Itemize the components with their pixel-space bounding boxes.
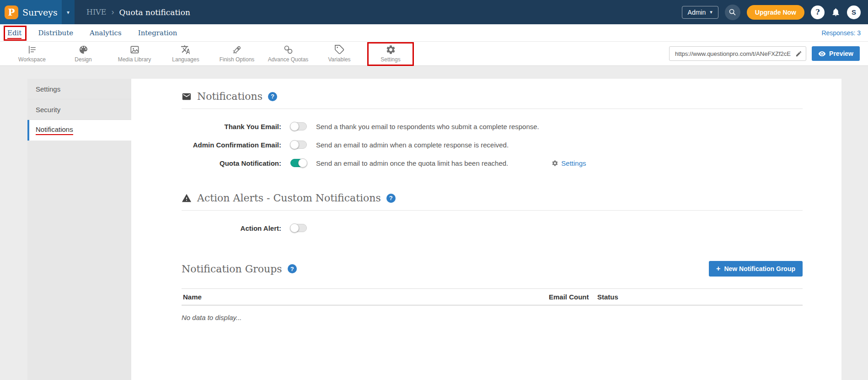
empty-table-message: No data to display... <box>182 314 803 321</box>
content-area: Settings Security Notifications Notifica… <box>0 66 868 380</box>
breadcrumb-current-survey: Quota notification <box>119 8 190 17</box>
quota-settings-link[interactable]: Settings <box>552 159 586 167</box>
sidebar-item-label: Security <box>36 106 60 114</box>
toggle-knob <box>290 122 299 131</box>
search-button[interactable] <box>725 5 740 20</box>
tab-analytics[interactable]: Analytics <box>90 29 122 37</box>
divider <box>182 210 803 211</box>
section-header: Action Alerts - Custom Notifications ? <box>182 192 803 204</box>
toggle-knob <box>290 140 299 149</box>
translate-icon <box>181 44 191 55</box>
action-alert-toggle[interactable] <box>290 224 307 232</box>
survey-tab-bar: Edit Distribute Analytics Integration Re… <box>0 24 868 42</box>
column-header-status: Status <box>597 293 803 301</box>
responses-count[interactable]: Responses: 3 <box>821 29 861 37</box>
row-description: Send an email to admin once the quota li… <box>316 159 508 167</box>
upgrade-now-button[interactable]: Upgrade Now <box>747 5 804 20</box>
row-description: Send an email to admin when a complete r… <box>316 141 509 149</box>
quota-notification-toggle[interactable] <box>290 159 307 167</box>
question-mark-icon: ? <box>815 8 820 16</box>
toolbar-right: Preview <box>669 46 860 61</box>
admin-menu-button[interactable]: Admin ▾ <box>682 6 718 19</box>
tag-icon <box>334 44 345 55</box>
row-admin-confirmation-email: Admin Confirmation Email: Send an email … <box>182 136 803 154</box>
section-title: Notification Groups <box>182 263 282 275</box>
help-icon[interactable]: ? <box>288 264 297 273</box>
help-icon[interactable]: ? <box>386 194 396 203</box>
toolbar-item-variables[interactable]: Variables <box>314 44 365 63</box>
toolbar-items: Workspace Design Media Library Languages… <box>6 44 416 63</box>
toolbar-item-label: Variables <box>328 56 350 63</box>
toolbar-item-label: Design <box>75 56 91 63</box>
column-header-email-count: Email Count <box>549 293 597 301</box>
sidebar-item-label: Settings <box>36 85 60 93</box>
edit-url-button[interactable] <box>794 49 803 58</box>
toolbar-item-label: Finish Options <box>220 56 255 63</box>
new-notification-group-button[interactable]: + New Notification Group <box>709 261 803 277</box>
chevron-right-icon: › <box>112 7 114 17</box>
new-notification-group-label: New Notification Group <box>724 265 795 272</box>
row-action-alert: Action Alert: <box>182 219 803 237</box>
toolbar-item-label: Workspace <box>18 56 46 63</box>
product-switcher[interactable]: P Surveys ▾ <box>0 0 75 24</box>
tab-edit[interactable]: Edit <box>7 29 21 37</box>
toolbar-item-design[interactable]: Design <box>58 44 109 63</box>
section-header: Notifications ? <box>182 91 803 102</box>
top-bar: P Surveys ▾ HIVE › Quota notification Ad… <box>0 0 868 24</box>
workspace-list-icon <box>27 44 38 55</box>
section-notifications: Notifications ? Thank You Email: Send a … <box>182 91 803 172</box>
pencil-icon <box>795 50 802 57</box>
rocket-icon <box>232 44 242 55</box>
toolbar-item-settings[interactable]: Settings <box>365 44 416 63</box>
section-notification-groups: Notification Groups ? + New Notification… <box>182 261 803 321</box>
toolbar-item-languages[interactable]: Languages <box>160 44 211 63</box>
row-thank-you-email: Thank You Email: Send a thank you email … <box>182 117 803 136</box>
row-label: Admin Confirmation Email: <box>182 141 281 149</box>
chevron-down-icon: ▾ <box>710 9 713 15</box>
survey-url-box <box>669 46 806 61</box>
product-name: Surveys <box>22 7 58 17</box>
admin-confirmation-email-toggle[interactable] <box>290 141 307 149</box>
tabs: Edit Distribute Analytics Integration <box>7 29 177 37</box>
toolbar-item-workspace[interactable]: Workspace <box>6 44 58 63</box>
questionpro-logo-icon: P <box>5 5 18 19</box>
toolbar-item-label: Advance Quotas <box>268 56 309 63</box>
bell-icon <box>831 7 841 17</box>
tab-integration[interactable]: Integration <box>138 29 177 37</box>
notification-groups-table: Name Email Count Status No data to displ… <box>182 288 803 321</box>
toggle-knob <box>290 223 299 233</box>
thank-you-email-toggle[interactable] <box>290 122 307 130</box>
sidebar-item-notifications[interactable]: Notifications <box>27 120 131 141</box>
help-icon[interactable]: ? <box>268 92 277 101</box>
toolbar-item-media-library[interactable]: Media Library <box>109 44 160 63</box>
image-icon <box>129 44 140 55</box>
envelope-icon <box>182 92 192 102</box>
help-button[interactable]: ? <box>811 5 825 19</box>
sidebar-item-security[interactable]: Security <box>27 99 131 120</box>
toolbar-item-advance-quotas[interactable]: Advance Quotas <box>263 44 314 63</box>
eye-icon <box>818 50 826 58</box>
row-label: Quota Notification: <box>182 159 281 167</box>
tab-distribute[interactable]: Distribute <box>38 29 73 37</box>
tab-edit-label: Edit <box>7 29 21 39</box>
chevron-down-icon[interactable]: ▾ <box>62 0 75 24</box>
toolbar-item-label: Media Library <box>118 56 151 63</box>
action-alert-rows: Action Alert: <box>182 219 803 237</box>
notification-rows: Thank You Email: Send a thank you email … <box>182 117 803 172</box>
row-description: Send a thank you email to respondents wh… <box>316 123 539 130</box>
preview-button[interactable]: Preview <box>812 46 860 61</box>
quota-settings-link-label: Settings <box>561 159 586 167</box>
survey-url-input[interactable] <box>674 50 794 58</box>
section-action-alerts: Action Alerts - Custom Notifications ? A… <box>182 192 803 237</box>
preview-button-label: Preview <box>829 50 853 57</box>
section-title: Notifications <box>197 91 263 102</box>
user-avatar[interactable]: S <box>847 5 861 19</box>
table-header-row: Name Email Count Status <box>182 288 803 305</box>
notifications-bell-button[interactable] <box>831 7 841 17</box>
admin-menu-label: Admin <box>688 9 706 16</box>
gear-icon <box>386 44 396 55</box>
breadcrumb-folder[interactable]: HIVE <box>86 8 107 16</box>
toolbar-item-finish-options[interactable]: Finish Options <box>211 44 263 63</box>
sidebar-item-settings[interactable]: Settings <box>27 79 131 99</box>
row-quota-notification: Quota Notification: Send an email to adm… <box>182 154 803 172</box>
